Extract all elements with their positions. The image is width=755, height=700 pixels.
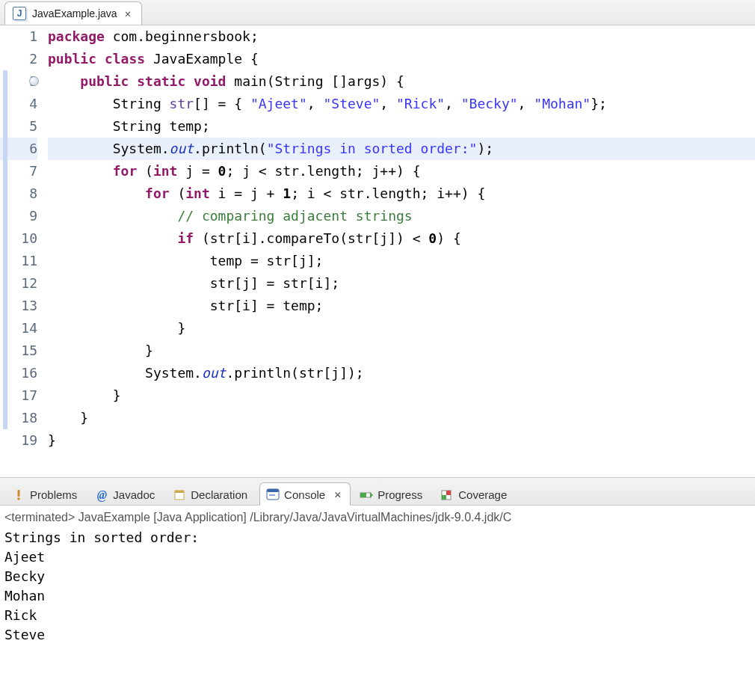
line-number: 18 [0, 407, 37, 429]
line-number: 4 [0, 93, 37, 115]
tab-progress[interactable]: Progress [354, 484, 431, 505]
line-number: 8 [0, 182, 37, 205]
code-line[interactable]: } [48, 317, 755, 340]
declaration-icon [173, 489, 186, 501]
line-number: 19 [0, 429, 37, 452]
svg-rect-12 [442, 495, 446, 500]
tab-label: Javadoc [113, 488, 155, 501]
javadoc-icon: @ [95, 489, 108, 501]
code-line[interactable]: } [48, 340, 755, 362]
editor-tab-label: JavaExample.java [32, 7, 117, 19]
fold-toggle-icon[interactable] [29, 76, 39, 86]
line-number: 13 [0, 295, 37, 317]
code-line[interactable]: System.out.println("Strings in sorted or… [48, 138, 755, 160]
change-marker [3, 160, 7, 182]
line-number: 7 [0, 160, 37, 182]
svg-rect-3 [175, 491, 184, 493]
code-line[interactable]: String temp; [48, 115, 755, 138]
line-number: 12 [0, 272, 37, 295]
svg-rect-6 [269, 494, 275, 496]
code-line[interactable]: public static void main(String []args) { [48, 70, 755, 93]
code-line[interactable]: String str[] = { "Ajeet", "Steve", "Rick… [48, 93, 755, 115]
code-line[interactable]: } [48, 407, 755, 429]
svg-point-1 [17, 497, 20, 500]
console-status-line: <terminated> JavaExample [Java Applicati… [0, 506, 755, 528]
code-line[interactable]: if (str[i].compareTo(str[j]) < 0) { [48, 227, 755, 250]
change-marker [3, 362, 7, 384]
line-number: 10 [0, 227, 37, 250]
code-line[interactable]: temp = str[j]; [48, 250, 755, 272]
change-marker [3, 407, 7, 429]
line-number: 15 [0, 340, 37, 362]
editor-tab-bar: J JavaExample.java ✕ [0, 0, 755, 25]
close-icon[interactable]: ✕ [123, 7, 132, 19]
tab-javadoc[interactable]: @Javadoc [89, 484, 164, 505]
svg-rect-11 [446, 491, 451, 495]
tab-coverage[interactable]: Coverage [434, 484, 516, 505]
line-number: 6 [0, 138, 37, 160]
svg-marker-9 [370, 492, 373, 498]
change-marker [3, 182, 7, 205]
tab-label: Problems [30, 488, 77, 501]
change-marker [3, 138, 7, 160]
line-number: 3 [0, 70, 37, 93]
change-marker [3, 70, 7, 93]
line-number: 14 [0, 317, 37, 340]
progress-icon [360, 489, 373, 501]
line-number: 5 [0, 115, 37, 138]
code-line[interactable]: System.out.println(str[j]); [48, 362, 755, 384]
console-icon [266, 488, 280, 500]
svg-rect-0 [18, 490, 20, 497]
change-marker [3, 115, 7, 138]
tab-label: Progress [378, 488, 422, 501]
svg-rect-8 [360, 493, 366, 497]
tab-problems[interactable]: Problems [6, 484, 86, 505]
line-number: 17 [0, 384, 37, 407]
change-marker [3, 272, 7, 295]
line-number: 1 [0, 25, 37, 48]
close-icon[interactable]: ✕ [334, 488, 341, 501]
change-marker [3, 227, 7, 250]
tab-label: Console [284, 488, 325, 501]
change-marker [3, 384, 7, 407]
tab-declaration[interactable]: Declaration [167, 484, 256, 505]
code-line[interactable]: // comparing adjacent strings [48, 205, 755, 227]
console-output: Strings in sorted order: Ajeet Becky Moh… [0, 528, 755, 654]
code-line[interactable]: for (int j = 0; j < str.length; j++) { [48, 160, 755, 182]
coverage-icon [440, 489, 454, 501]
tab-label: Declaration [191, 488, 247, 501]
line-number-gutter: 12345678910111213141516171819 [0, 25, 48, 467]
change-marker [3, 340, 7, 362]
problems-icon [12, 489, 25, 501]
code-line[interactable]: package com.beginnersbook; [48, 25, 755, 48]
code-line[interactable]: str[i] = temp; [48, 295, 755, 317]
bottom-view-tabs: Problems@JavadocDeclarationConsole✕Progr… [0, 477, 755, 506]
change-marker [3, 93, 7, 115]
change-marker [3, 317, 7, 340]
java-file-icon: J [13, 7, 26, 20]
code-editor[interactable]: 12345678910111213141516171819 package co… [0, 25, 755, 467]
line-number: 16 [0, 362, 37, 384]
editor-tab-javaexample[interactable]: J JavaExample.java ✕ [4, 1, 142, 25]
code-line[interactable]: for (int i = j + 1; i < str.length; i++)… [48, 182, 755, 205]
tab-console[interactable]: Console✕ [259, 482, 351, 506]
line-number: 11 [0, 250, 37, 272]
svg-rect-5 [267, 489, 279, 492]
code-line[interactable]: public class JavaExample { [48, 48, 755, 70]
tab-label: Coverage [458, 488, 507, 501]
code-area[interactable]: package com.beginnersbook;public class J… [48, 25, 755, 467]
code-line[interactable]: } [48, 429, 755, 452]
line-number: 9 [0, 205, 37, 227]
change-marker [3, 250, 7, 272]
code-line[interactable]: str[j] = str[i]; [48, 272, 755, 295]
change-marker [3, 205, 7, 227]
line-number: 2 [0, 48, 37, 70]
code-line[interactable]: } [48, 384, 755, 407]
change-marker [3, 295, 7, 317]
